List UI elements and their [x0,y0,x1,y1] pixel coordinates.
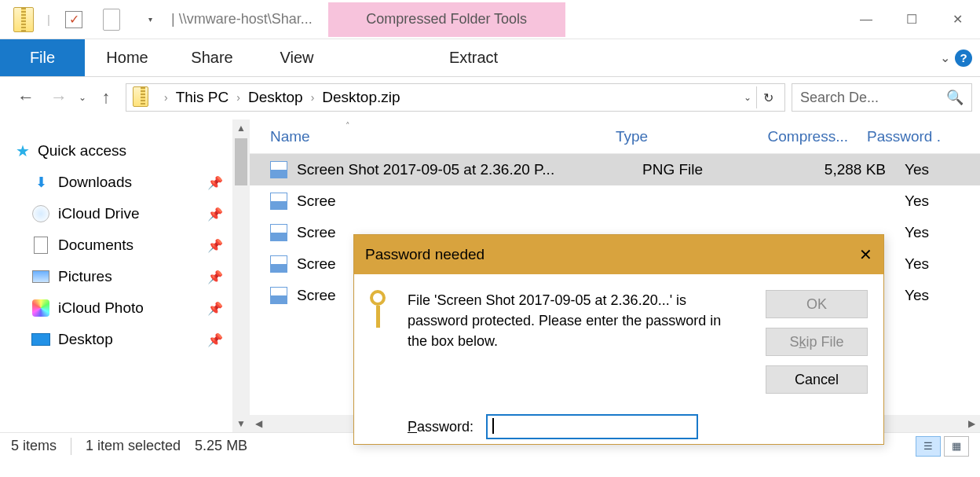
file-name: Scree [297,193,642,210]
column-headers: Name Type Compress... Password . [250,119,980,154]
sidebar-item-desktop[interactable]: Desktop 📌 [0,324,232,355]
sidebar-item-icloud-drive[interactable]: iCloud Drive 📌 [0,198,232,229]
scroll-thumb[interactable] [235,138,247,185]
sidebar-item-documents[interactable]: Documents 📌 [0,229,232,261]
sidebar-item-label: Documents [58,237,133,254]
breadcrumb-sep[interactable]: › [230,91,247,104]
sidebar-item-label: Desktop [58,331,113,348]
navigation-pane: ★ Quick access ⬇ Downloads 📌 iCloud Driv… [0,119,250,432]
contextual-tab-label: Compressed Folder Tools [328,2,565,37]
hscroll-right-icon[interactable]: ▶ [963,415,980,432]
ok-button[interactable]: OK [766,290,868,318]
tab-file[interactable]: File [0,39,85,76]
file-row[interactable]: Screen Shot 2017-09-05 at 2.36.20 P...PN… [250,154,980,185]
password-input[interactable] [486,414,698,439]
sidebar-item-label: iCloud Photo [58,299,144,317]
ribbon-tabs: File Home Share View Extract ⌄ ? [0,39,980,77]
column-type[interactable]: Type [616,128,741,145]
pin-icon: 📌 [207,301,223,316]
pin-icon: 📌 [207,270,223,284]
dialog-title-text: Password needed [365,246,485,263]
sidebar-quick-access-label: Quick access [38,142,126,160]
breadcrumb-sep[interactable]: › [158,91,174,104]
dialog-close-button[interactable]: ✕ [859,245,872,264]
star-icon: ★ [16,141,30,160]
skip-file-button[interactable]: Skip File [766,328,868,356]
sidebar-quick-access[interactable]: ★ Quick access [0,135,232,167]
scroll-down-icon[interactable]: ▼ [236,415,246,432]
maximize-button[interactable]: ☐ [889,4,934,35]
tab-home[interactable]: Home [85,39,170,76]
title-bar: | ✓ ▾ | \\vmware-host\Shar... Compressed… [0,0,980,39]
address-dropdown-button[interactable]: ⌄ [744,92,751,103]
help-button[interactable]: ? [955,50,972,67]
window-controls: — ☐ ✕ [843,4,980,35]
column-password[interactable]: Password . [867,128,980,145]
cloud-icon [31,204,50,223]
sidebar-scrollbar[interactable]: ▲ ▼ [232,119,250,432]
nav-history-dropdown[interactable]: ⌄ [79,92,86,103]
breadcrumb-sep[interactable]: › [305,91,321,104]
sort-indicator-icon: ˄ [346,121,350,131]
address-bar[interactable]: › This PC › Desktop › Desktop.zip ⌄ ↻ [126,83,785,112]
search-placeholder: Search De... [800,90,879,106]
key-icon [370,290,393,329]
nav-up-button[interactable]: ↑ [93,84,119,111]
breadcrumb-1[interactable]: Desktop [247,89,305,106]
nav-forward-button[interactable]: → [46,84,72,111]
ribbon-collapse-button[interactable]: ⌄ [940,50,950,65]
refresh-button[interactable]: ↻ [756,86,780,108]
close-button[interactable]: ✕ [934,4,980,35]
tab-view[interactable]: View [254,39,339,76]
download-icon: ⬇ [31,173,50,192]
column-compressed[interactable]: Compress... [741,128,867,145]
scroll-up-icon[interactable]: ▲ [236,119,246,137]
breadcrumb-0[interactable]: This PC [174,89,231,106]
pin-icon: 📌 [207,332,223,347]
column-name[interactable]: Name [270,128,616,145]
address-bar-row: ← → ⌄ ↑ › This PC › Desktop › Desktop.zi… [0,77,980,119]
image-file-icon [270,193,287,210]
cancel-button[interactable]: Cancel [766,365,868,394]
status-size: 5.25 MB [195,438,247,454]
qat-newfolder-button[interactable] [94,4,129,35]
dialog-titlebar[interactable]: Password needed ✕ [354,235,883,274]
photos-icon [31,299,50,317]
file-password: Yes [886,255,980,273]
view-thumbnails-button[interactable]: ▦ [944,436,969,457]
qat-properties-button[interactable]: ✓ [57,4,91,35]
password-label: Password: [408,419,474,435]
quick-access-toolbar: | ✓ ▾ [0,4,166,35]
file-password: Yes [886,193,980,210]
pin-icon: 📌 [207,238,223,253]
search-input[interactable]: Search De... 🔍 [792,83,972,112]
file-password: Yes [886,224,980,241]
app-zip-icon [6,4,41,35]
tab-share[interactable]: Share [170,39,254,76]
sidebar-item-pictures[interactable]: Pictures 📌 [0,261,232,292]
file-name: Screen Shot 2017-09-05 at 2.36.20 P... [297,161,642,178]
document-icon [31,236,50,255]
pin-icon: 📌 [207,175,223,190]
address-zip-icon [133,86,152,108]
view-details-button[interactable]: ☰ [916,436,941,457]
file-password: Yes [886,161,980,178]
image-file-icon [270,255,287,273]
qat-customize-button[interactable]: ▾ [132,4,166,35]
hscroll-left-icon[interactable]: ◀ [250,415,267,432]
password-dialog: Password needed ✕ File 'Screen Shot 2017… [353,234,884,445]
image-file-icon [270,224,287,241]
breadcrumb-2[interactable]: Desktop.zip [320,89,401,106]
file-row[interactable]: ScreeYes [250,185,980,217]
minimize-button[interactable]: — [843,4,889,35]
pin-icon: 📌 [207,207,223,222]
tab-extract[interactable]: Extract [355,39,592,76]
sidebar-item-icloud-photos[interactable]: iCloud Photo 📌 [0,292,232,324]
qat-sep: | [44,4,53,35]
file-compressed-size: 5,288 KB [768,161,886,178]
dialog-message: File 'Screen Shot 2017-09-05 at 2.36.20.… [408,290,722,394]
file-type: PNG File [642,161,768,178]
sidebar-item-label: Downloads [58,174,132,191]
nav-back-button[interactable]: ← [13,84,39,111]
sidebar-item-downloads[interactable]: ⬇ Downloads 📌 [0,167,232,198]
